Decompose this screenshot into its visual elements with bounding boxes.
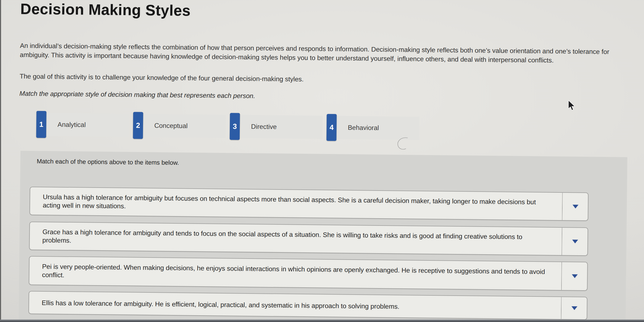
answer-dropdown[interactable] bbox=[561, 262, 588, 291]
activity-page: Decision Making Styles An individual’s d… bbox=[0, 0, 644, 322]
option-number-badge: 1 bbox=[36, 111, 46, 138]
chevron-down-icon bbox=[573, 205, 578, 209]
chevron-down-icon bbox=[571, 306, 577, 310]
match-heading: Match each of the options above to the i… bbox=[37, 158, 179, 167]
options-row: 1 Analytical 2 Conceptual 3 Directive 4 … bbox=[36, 111, 420, 142]
option-number-badge: 2 bbox=[133, 112, 143, 139]
mouse-cursor-icon bbox=[567, 100, 576, 111]
option-label: Analytical bbox=[46, 113, 129, 137]
match-item-text: Pei is very people-oriented. When making… bbox=[29, 262, 587, 285]
answer-dropdown[interactable] bbox=[562, 192, 589, 221]
intro-paragraph: An individual’s decision-making style re… bbox=[20, 41, 620, 65]
match-item-grace: Grace has a high tolerance for ambiguity… bbox=[29, 221, 588, 256]
option-number-badge: 3 bbox=[230, 113, 240, 140]
option-number-badge: 4 bbox=[327, 114, 337, 141]
match-item-pei: Pei is very people-oriented. When making… bbox=[29, 256, 588, 291]
option-chip-conceptual[interactable]: 2 Conceptual bbox=[133, 112, 226, 140]
match-item-ursula: Ursula has a high tolerance for ambiguit… bbox=[30, 187, 589, 221]
chevron-down-icon bbox=[572, 240, 578, 244]
answer-dropdown[interactable] bbox=[561, 296, 588, 320]
match-item-text: Ursula has a high tolerance for ambiguit… bbox=[30, 192, 588, 215]
screen-edge-bottom bbox=[0, 319, 644, 322]
answer-dropdown[interactable] bbox=[561, 227, 588, 256]
goal-paragraph: The goal of this activity is to challeng… bbox=[20, 71, 611, 87]
option-label: Conceptual bbox=[142, 114, 226, 138]
match-item-text: Ellis has a low tolerance for ambiguity.… bbox=[29, 298, 587, 313]
option-chip-analytical[interactable]: 1 Analytical bbox=[36, 111, 129, 139]
page-title: Decision Making Styles bbox=[20, 0, 191, 19]
option-label: Directive bbox=[239, 115, 323, 139]
hair-artifact bbox=[396, 136, 412, 153]
instruction-paragraph: Match the appropriate style of decision … bbox=[19, 89, 611, 104]
screen-edge-left bbox=[0, 0, 1, 322]
chevron-down-icon bbox=[572, 274, 578, 278]
match-item-text: Grace has a high tolerance for ambiguity… bbox=[30, 227, 588, 250]
option-chip-directive[interactable]: 3 Directive bbox=[230, 113, 323, 141]
